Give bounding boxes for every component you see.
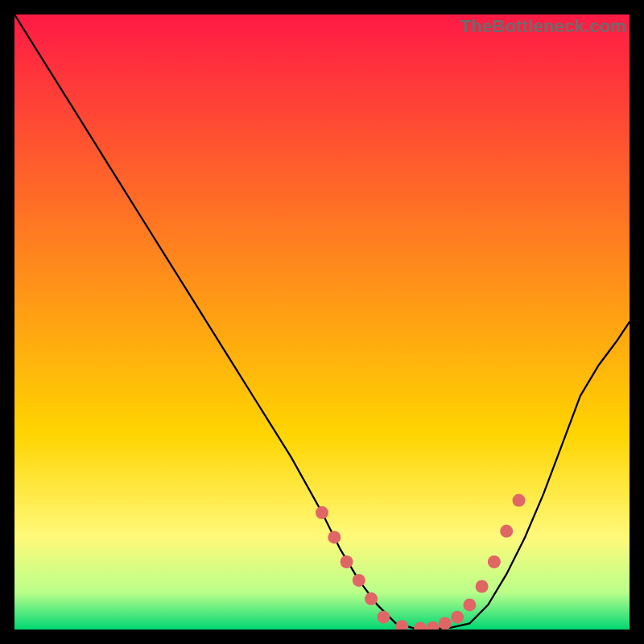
curve-marker (316, 506, 328, 519)
curve-marker (341, 555, 353, 568)
curve-marker (500, 525, 513, 538)
curve-marker (365, 592, 378, 605)
curve-marker (463, 598, 476, 611)
curve-marker (451, 611, 464, 624)
curve-marker (395, 620, 408, 630)
curve-marker (328, 530, 341, 543)
curve-layer (14, 14, 630, 630)
plot-area (14, 14, 630, 630)
watermark-text: TheBottleneck.com (460, 16, 626, 37)
curve-marker (377, 611, 390, 624)
curve-marker (439, 617, 452, 630)
curve-marker (513, 494, 526, 507)
curve-marker (488, 555, 501, 568)
chart-frame: TheBottleneck.com (0, 0, 644, 644)
marker-layer (316, 494, 526, 630)
curve-marker (427, 621, 440, 630)
curve-marker (476, 580, 489, 593)
valley-curve (14, 14, 630, 629)
curve-marker (353, 574, 365, 587)
curve-marker (414, 622, 427, 630)
